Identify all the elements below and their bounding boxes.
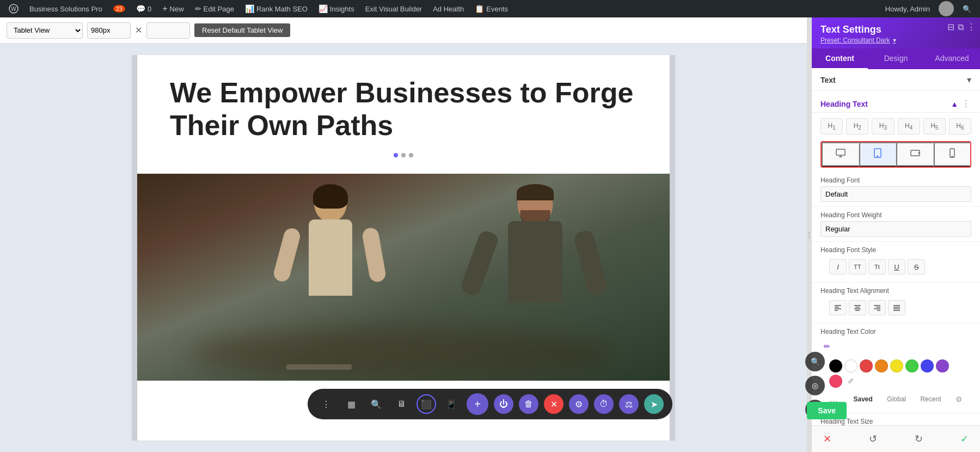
- heading-collapse-btn[interactable]: ▲: [951, 100, 958, 108]
- color-swatch-orange[interactable]: [875, 359, 888, 372]
- h3-btn[interactable]: H3: [872, 118, 894, 135]
- toolbar-add-btn[interactable]: +: [467, 393, 488, 415]
- panel-content-area: Text ▾ Heading Text ▲ ⋮ H1 H2 H3 H4: [812, 69, 980, 425]
- panel-undo-btn[interactable]: ↺: [864, 430, 881, 448]
- h5-btn[interactable]: H5: [923, 118, 946, 135]
- h1-btn[interactable]: H1: [820, 118, 843, 135]
- tab-content[interactable]: Content: [812, 48, 868, 69]
- text-section-header[interactable]: Text ▾: [812, 69, 980, 91]
- insights-item[interactable]: 📈 Insights: [314, 0, 359, 17]
- capitalize-btn[interactable]: Tt: [868, 259, 886, 274]
- heading-more-btn[interactable]: ⋮: [961, 99, 971, 109]
- mobile-device-btn[interactable]: [934, 142, 971, 167]
- toolbar-grid-btn[interactable]: ▦: [341, 394, 361, 414]
- preset-link[interactable]: Preset: Consultant Dark: [820, 36, 890, 44]
- close-px-btn[interactable]: ✕: [135, 25, 142, 35]
- panel-more-btn[interactable]: ⋮: [967, 22, 976, 32]
- ad-health-item[interactable]: Ad Health: [428, 0, 468, 17]
- float-layers-btn[interactable]: ◎: [805, 376, 825, 395]
- color-swatch-blue[interactable]: [921, 359, 934, 372]
- toolbar-power-btn[interactable]: ⏻: [494, 394, 513, 414]
- color-swatch-black[interactable]: [829, 359, 842, 372]
- updates-count[interactable]: 23: [109, 0, 130, 17]
- h6-btn[interactable]: H6: [949, 118, 971, 135]
- tablet-landscape-btn[interactable]: [896, 142, 934, 167]
- color-swatch-red[interactable]: [860, 359, 873, 372]
- new-item[interactable]: + New: [158, 0, 188, 17]
- toolbar-gear-btn[interactable]: ⚙: [569, 394, 589, 414]
- svg-rect-2: [836, 149, 845, 155]
- panel-redo-btn[interactable]: ↻: [910, 430, 928, 448]
- toolbar-tablet-btn[interactable]: ⬛: [416, 394, 436, 414]
- toolbar-timer-btn[interactable]: ⏱: [594, 394, 614, 414]
- toolbar-desktop-btn[interactable]: 🖥: [391, 394, 411, 414]
- px-input[interactable]: [87, 22, 131, 39]
- toolbar-trash-btn[interactable]: 🗑: [519, 394, 538, 414]
- text-section-collapse-btn[interactable]: ▾: [967, 75, 971, 85]
- align-left-btn[interactable]: [829, 300, 847, 315]
- heading-tag-buttons: H1 H2 H3 H4 H5 H6: [812, 113, 980, 137]
- align-right-btn[interactable]: [868, 300, 886, 315]
- reset-tablet-view-btn[interactable]: Reset Default Tablet View: [194, 23, 290, 37]
- float-search-btn[interactable]: 🔍: [805, 352, 825, 371]
- tab-advanced[interactable]: Advanced: [924, 48, 980, 69]
- comments-item[interactable]: 💬 0: [132, 0, 156, 17]
- underline-btn[interactable]: U: [888, 259, 905, 274]
- italic-btn[interactable]: I: [829, 259, 847, 274]
- wordpress-logo[interactable]: W: [4, 0, 23, 17]
- toolbar-dots-btn[interactable]: ⋮: [316, 394, 336, 414]
- svg-point-6: [877, 156, 878, 157]
- panel-minimize-btn[interactable]: ⊟: [947, 22, 954, 32]
- preset-dropdown-icon[interactable]: ▾: [893, 36, 896, 44]
- alignment-buttons: [820, 297, 971, 319]
- small-caps-btn[interactable]: TT: [849, 259, 866, 274]
- align-center-btn[interactable]: [849, 300, 866, 315]
- toolbar-mobile-btn[interactable]: 📱: [442, 394, 461, 414]
- heading-font-weight-select[interactable]: Regular Bold Light: [820, 221, 971, 237]
- color-swatch-purple[interactable]: [936, 359, 949, 372]
- avatar[interactable]: [939, 1, 954, 16]
- h4-btn[interactable]: H4: [898, 118, 920, 135]
- color-swatch-green[interactable]: [905, 359, 918, 372]
- canvas-toolbar: Tablet View Desktop View Mobile View ✕ R…: [0, 17, 807, 44]
- saved-color-tab[interactable]: Saved: [853, 395, 872, 403]
- events-item[interactable]: 📋 Events: [470, 0, 512, 17]
- heading-text-section-title: Heading Text: [820, 100, 868, 108]
- drag-handle-right[interactable]: [670, 55, 675, 441]
- toolbar-arrow-btn[interactable]: ➤: [644, 394, 664, 414]
- view-select[interactable]: Tablet View Desktop View Mobile View: [7, 22, 83, 39]
- color-pen-icon[interactable]: ✏: [820, 340, 834, 353]
- tablet-device-btn[interactable]: [859, 142, 897, 167]
- toolbar-search-btn[interactable]: 🔍: [366, 394, 386, 414]
- exit-builder-item[interactable]: Exit Visual Builder: [361, 0, 427, 17]
- panel-confirm-btn[interactable]: ✓: [956, 430, 973, 448]
- hidden-value-input[interactable]: [146, 22, 190, 39]
- toolbar-close-btn[interactable]: ✕: [544, 394, 564, 414]
- color-settings-icon[interactable]: ⚙: [955, 395, 963, 404]
- global-color-tab[interactable]: Global: [887, 395, 906, 403]
- desktop-device-btn[interactable]: [822, 142, 859, 167]
- h2-btn[interactable]: H2: [846, 118, 868, 135]
- color-swatch-white[interactable]: [844, 359, 857, 372]
- heading-font-select[interactable]: Default: [820, 186, 971, 202]
- save-button[interactable]: Save: [807, 402, 847, 419]
- topbar-search-icon[interactable]: 🔍: [958, 5, 976, 13]
- panel-split-btn[interactable]: ⧉: [958, 22, 964, 32]
- device-buttons: [820, 141, 971, 168]
- color-swatch-pink[interactable]: [829, 375, 842, 388]
- howdy-text: Howdy, Admin: [881, 5, 934, 13]
- strikethrough-btn[interactable]: S: [908, 259, 925, 274]
- site-name[interactable]: Business Solutions Pro: [25, 0, 107, 17]
- eyedropper-icon[interactable]: ✐: [844, 375, 857, 388]
- tab-design[interactable]: Design: [868, 48, 924, 69]
- panel-preset: Preset: Consultant Dark ▾: [820, 36, 971, 44]
- drag-handle-left[interactable]: [132, 55, 137, 441]
- panel-close-btn[interactable]: ✕: [818, 430, 836, 448]
- align-justify-btn[interactable]: [888, 300, 905, 315]
- recent-color-tab[interactable]: Recent: [920, 395, 941, 403]
- edit-page-item[interactable]: ✏ Edit Page: [191, 0, 238, 17]
- main-layout: Tablet View Desktop View Mobile View ✕ R…: [0, 17, 980, 452]
- color-swatch-yellow[interactable]: [890, 359, 903, 372]
- toolbar-sliders-btn[interactable]: ⚖: [619, 394, 639, 414]
- rank-math-item[interactable]: 📊 Rank Math SEO: [241, 0, 312, 17]
